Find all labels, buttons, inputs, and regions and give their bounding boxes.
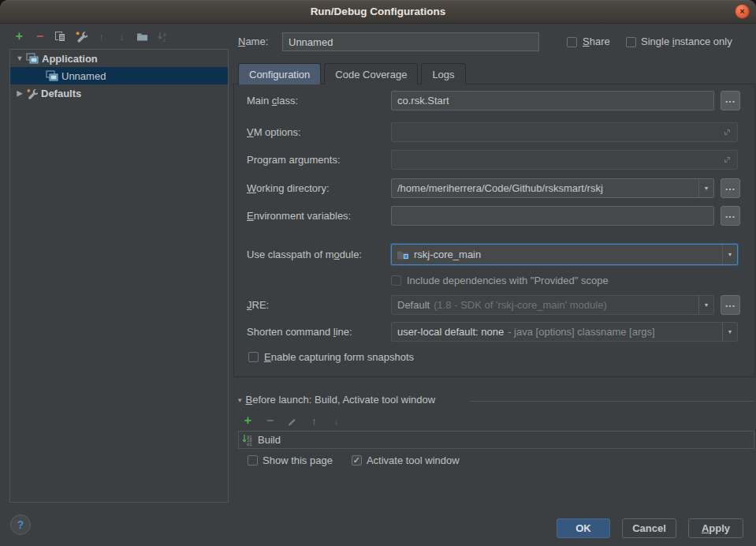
remove-task-button[interactable]: − xyxy=(263,413,277,428)
program-arguments-label: Program arguments: xyxy=(247,150,341,170)
folder-icon xyxy=(136,31,148,42)
chevron-down-icon[interactable]: ▼ xyxy=(722,245,737,264)
arrow-down-icon: ↓ xyxy=(119,31,125,43)
activate-tool-window-checkbox[interactable]: ✓ xyxy=(352,455,362,466)
show-this-page-checkbox[interactable] xyxy=(248,455,258,466)
use-classpath-label: Use classpath of module: xyxy=(247,245,362,264)
share-checkbox[interactable] xyxy=(567,37,577,47)
edit-defaults-button[interactable] xyxy=(74,29,88,43)
configurations-tree: ▼ Application Unnamed ▶ Defaults xyxy=(9,49,229,503)
chevron-down-icon[interactable]: ▼ xyxy=(698,296,713,314)
chevron-down-icon[interactable]: ▼ xyxy=(698,179,713,197)
question-icon: ? xyxy=(17,518,24,531)
expand-field-icon[interactable] xyxy=(723,155,732,164)
add-task-button[interactable]: + xyxy=(241,413,255,428)
tab-code-coverage[interactable]: Code Coverage xyxy=(324,63,418,84)
sort-alphabetically-button[interactable]: az xyxy=(156,29,169,43)
main-class-label: Main class: xyxy=(247,91,298,110)
chevron-down-icon[interactable]: ▼ xyxy=(722,323,737,341)
vm-options-label: VM options: xyxy=(247,122,301,142)
plus-icon: + xyxy=(244,413,251,428)
single-instance-checkbox[interactable] xyxy=(626,37,636,47)
name-label: Name: xyxy=(238,32,268,52)
show-this-page-label[interactable]: Show this page xyxy=(263,454,333,466)
svg-text:a: a xyxy=(163,31,166,36)
jre-browse-button[interactable]: ... xyxy=(721,295,740,315)
build-icon: 011001 xyxy=(242,434,254,446)
ellipsis-icon: ... xyxy=(725,94,736,105)
tree-item-label: Application xyxy=(42,53,98,65)
tree-item-unnamed[interactable]: Unnamed xyxy=(10,67,228,84)
move-down-button[interactable]: ↓ xyxy=(115,29,128,43)
application-icon xyxy=(46,70,58,81)
include-dependencies-label[interactable]: Include dependencies with "Provided" sco… xyxy=(407,271,609,290)
section-collapse-icon[interactable]: ▾ xyxy=(238,396,242,404)
remove-configuration-button[interactable]: − xyxy=(33,29,47,43)
single-instance-label[interactable]: Single instance only xyxy=(641,32,732,52)
chevron-down-icon[interactable]: ▼ xyxy=(15,54,24,62)
ellipsis-icon: ... xyxy=(725,209,736,220)
move-task-up-button[interactable]: ↑ xyxy=(307,413,321,428)
dialog-title: Run/Debug Configurations xyxy=(0,0,756,24)
name-input[interactable] xyxy=(282,32,539,51)
environment-variables-browse-button[interactable]: ... xyxy=(721,206,740,226)
jre-label: JRE: xyxy=(247,295,269,315)
copy-configuration-button[interactable] xyxy=(54,29,67,43)
enable-capturing-label[interactable]: Enable capturing form snapshots xyxy=(264,347,414,367)
minus-icon: − xyxy=(266,413,274,428)
edit-task-button[interactable] xyxy=(285,413,299,428)
minus-icon: − xyxy=(36,29,43,43)
application-icon xyxy=(26,53,39,64)
new-folder-button[interactable] xyxy=(136,29,149,43)
cancel-button[interactable]: Cancel xyxy=(622,518,676,538)
plus-icon: + xyxy=(16,29,23,43)
task-label: Build xyxy=(258,434,281,446)
main-class-browse-button[interactable]: ... xyxy=(721,91,740,110)
configuration-panel: Main class: co.rsk.Start ... VM options:… xyxy=(233,84,755,377)
check-icon: ✓ xyxy=(353,456,360,465)
use-classpath-combo[interactable]: rskj-core_main ▼ xyxy=(391,244,738,265)
expand-field-icon[interactable] xyxy=(723,128,732,136)
move-task-down-button[interactable]: ↓ xyxy=(330,413,343,428)
enable-capturing-checkbox[interactable] xyxy=(248,352,259,362)
tree-item-defaults[interactable]: ▶ Defaults xyxy=(10,84,228,102)
environment-variables-field[interactable] xyxy=(391,206,714,226)
before-launch-task-build[interactable]: 011001 Build xyxy=(238,431,754,449)
move-up-button[interactable]: ↑ xyxy=(95,29,108,43)
title-bar: Run/Debug Configurations × xyxy=(0,0,756,24)
share-label[interactable]: Share xyxy=(583,32,610,52)
close-icon: × xyxy=(739,6,744,16)
environment-variables-label: Environment variables: xyxy=(247,206,351,226)
chevron-right-icon[interactable]: ▶ xyxy=(15,89,24,97)
working-directory-field[interactable]: /home/meriherrera/Code/Github/rsksmart/r… xyxy=(391,178,714,198)
before-launch-options: Show this page ✓ Activate tool window xyxy=(248,454,460,466)
arrow-up-icon: ↑ xyxy=(311,415,317,427)
tab-logs[interactable]: Logs xyxy=(421,63,465,84)
configurations-toolbar: + − ↑ ↓ az xyxy=(13,28,169,45)
jre-combo[interactable]: Default (1.8 - SDK of 'rskj-core_main' m… xyxy=(391,295,714,315)
copy-icon xyxy=(54,31,66,43)
wrench-icon xyxy=(75,30,88,43)
run-debug-configurations-dialog: Run/Debug Configurations × + − ↑ ↓ az ▼ … xyxy=(0,0,756,546)
main-class-field[interactable]: co.rsk.Start xyxy=(391,91,714,110)
svg-text:01: 01 xyxy=(247,442,252,447)
close-button[interactable]: × xyxy=(735,4,750,19)
vm-options-field[interactable] xyxy=(391,122,738,142)
working-directory-browse-button[interactable]: ... xyxy=(721,178,740,198)
shorten-command-line-label: Shorten command line: xyxy=(247,322,352,342)
tree-item-label: Defaults xyxy=(41,88,81,99)
tab-configuration[interactable]: Configuration xyxy=(238,63,321,84)
activate-tool-window-label[interactable]: Activate tool window xyxy=(367,454,460,466)
working-directory-label: Working directory: xyxy=(247,178,330,198)
tree-item-application[interactable]: ▼ Application xyxy=(10,50,228,67)
program-arguments-field[interactable] xyxy=(391,150,738,170)
include-dependencies-checkbox[interactable] xyxy=(391,275,401,286)
arrow-up-icon: ↑ xyxy=(99,31,104,43)
before-launch-header[interactable]: ▾ Before launch: Build, Activate tool wi… xyxy=(238,394,435,406)
ok-button[interactable]: OK xyxy=(557,518,610,538)
shorten-command-line-combo[interactable]: user-local default: none - java [options… xyxy=(391,322,738,342)
before-launch-toolbar: + − ↑ ↓ xyxy=(241,413,343,428)
add-configuration-button[interactable]: + xyxy=(13,29,26,43)
help-button[interactable]: ? xyxy=(10,514,31,535)
apply-button[interactable]: Apply xyxy=(688,518,743,538)
